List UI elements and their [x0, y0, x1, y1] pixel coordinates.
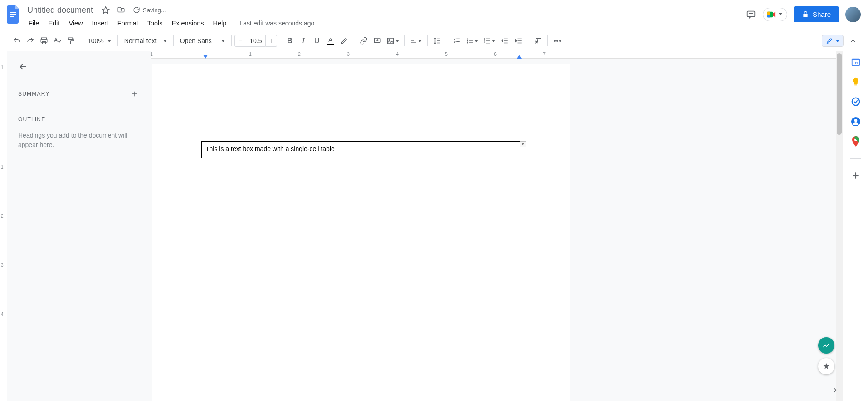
vertical-ruler: 1 1 2 3 4 [0, 51, 7, 401]
docs-logo[interactable] [5, 4, 23, 25]
menu-file[interactable]: File [24, 18, 43, 29]
font-select[interactable]: Open Sans [176, 34, 229, 47]
last-edit-link[interactable]: Last edit was seconds ago [239, 20, 314, 27]
redo-button[interactable] [24, 34, 37, 48]
tasks-app-icon[interactable] [851, 97, 861, 107]
more-button[interactable] [551, 34, 564, 48]
highlight-button[interactable] [337, 34, 351, 48]
save-status: Saving... [133, 6, 166, 14]
ruler-tick: 5 [445, 52, 448, 57]
text-caret [335, 146, 335, 153]
indent-marker-left[interactable] [203, 55, 208, 59]
app-header: Untitled document Saving... File Edit Vi… [0, 0, 868, 30]
close-outline-button[interactable] [18, 60, 31, 73]
cell-text[interactable]: This is a text box made with a single-ce… [205, 145, 335, 152]
vertical-scrollbar[interactable] [836, 51, 843, 401]
explore-fab[interactable] [818, 358, 834, 374]
maps-app-icon[interactable] [851, 137, 861, 147]
checklist-button[interactable] [450, 34, 463, 48]
font-size-decrease[interactable]: − [234, 35, 246, 47]
paint-format-button[interactable] [64, 34, 78, 48]
print-button[interactable] [37, 34, 51, 48]
menu-tools[interactable]: Tools [143, 18, 167, 29]
keep-app-icon[interactable] [851, 77, 861, 87]
bullet-list-button[interactable] [463, 34, 481, 48]
show-side-panel-button[interactable] [831, 386, 839, 394]
link-button[interactable] [357, 34, 371, 48]
ruler-tick: 7 [543, 52, 546, 57]
menu-extensions[interactable]: Extensions [168, 18, 208, 29]
spellcheck-button[interactable] [51, 34, 64, 48]
svg-rect-7 [767, 11, 770, 14]
collapse-toolbar-button[interactable] [846, 34, 860, 48]
svg-point-28 [467, 39, 468, 39]
chevron-down-icon [418, 40, 422, 42]
clear-format-button[interactable] [531, 34, 545, 48]
table-options-handle[interactable] [520, 141, 526, 147]
svg-rect-2 [10, 16, 14, 17]
chevron-down-icon [107, 40, 111, 42]
contacts-app-icon[interactable] [851, 117, 861, 127]
line-spacing-button[interactable] [430, 34, 444, 48]
ruler-tick: 4 [1, 312, 4, 317]
svg-point-29 [467, 40, 468, 41]
editing-mode-button[interactable] [822, 35, 844, 47]
svg-rect-39 [486, 43, 490, 43]
document-page[interactable]: This is a text box made with a single-ce… [152, 64, 570, 401]
menu-format[interactable]: Format [113, 18, 142, 29]
outline-heading: OUTLINE [18, 116, 45, 123]
save-status-text: Saving... [143, 7, 166, 14]
indent-marker-right[interactable] [517, 55, 522, 59]
indent-decrease-button[interactable] [498, 34, 512, 48]
share-button[interactable]: Share [794, 6, 839, 22]
font-size-increase[interactable]: + [265, 35, 277, 47]
menu-insert[interactable]: Insert [88, 18, 112, 29]
account-avatar[interactable] [845, 7, 861, 22]
lock-icon [802, 11, 809, 18]
add-summary-button[interactable] [129, 88, 140, 99]
ruler-tick: 1 [249, 52, 252, 57]
comments-icon[interactable] [746, 9, 756, 20]
menu-view[interactable]: View [64, 18, 87, 29]
table-cell[interactable]: This is a text box made with a single-ce… [202, 142, 520, 158]
paragraph-style-select[interactable]: Normal text [121, 34, 171, 47]
summary-heading: SUMMARY [18, 91, 50, 97]
svg-rect-14 [327, 44, 334, 45]
document-title[interactable]: Untitled document [24, 5, 96, 16]
menu-help[interactable]: Help [209, 18, 231, 29]
bold-button[interactable]: B [283, 34, 297, 48]
calendar-app-icon[interactable]: 31 [851, 57, 861, 67]
ruler-tick: 1 [1, 165, 4, 170]
chevron-down-icon [779, 13, 782, 15]
chevron-down-icon [474, 40, 478, 42]
align-button[interactable] [407, 34, 424, 48]
underline-button[interactable]: U [310, 34, 324, 48]
document-canvas[interactable]: 1 1 2 3 4 5 6 7 This is a text box made … [151, 51, 843, 401]
italic-button[interactable]: I [297, 34, 310, 48]
font-size-input[interactable]: 10.5 [246, 35, 265, 47]
star-icon[interactable] [100, 5, 111, 15]
single-cell-table[interactable]: This is a text box made with a single-ce… [201, 141, 520, 158]
image-button[interactable] [384, 34, 401, 48]
indent-increase-button[interactable] [512, 34, 525, 48]
numbered-list-button[interactable]: 123 [481, 34, 498, 48]
scrollbar-thumb[interactable] [837, 53, 842, 135]
chevron-down-icon [163, 40, 167, 42]
toolbar: 100% Normal text Open Sans − 10.5 + B I … [0, 31, 868, 51]
svg-text:3: 3 [484, 42, 485, 44]
ruler-tick: 3 [1, 263, 4, 268]
comment-button[interactable] [371, 34, 384, 48]
undo-button[interactable] [10, 34, 24, 48]
svg-rect-8 [767, 15, 770, 17]
svg-rect-56 [854, 84, 857, 85]
zoom-select[interactable]: 100% [84, 34, 115, 47]
horizontal-ruler[interactable]: 1 1 2 3 4 5 6 7 [151, 51, 843, 59]
style-value: Normal text [124, 37, 157, 44]
meet-button[interactable] [763, 8, 787, 21]
outline-sidebar: SUMMARY OUTLINE Headings you add to the … [7, 51, 151, 401]
move-icon[interactable] [116, 5, 127, 15]
menu-edit[interactable]: Edit [44, 18, 63, 29]
addons-button[interactable] [851, 171, 861, 181]
text-color-button[interactable]: A [324, 34, 337, 48]
trends-fab[interactable] [818, 337, 834, 354]
